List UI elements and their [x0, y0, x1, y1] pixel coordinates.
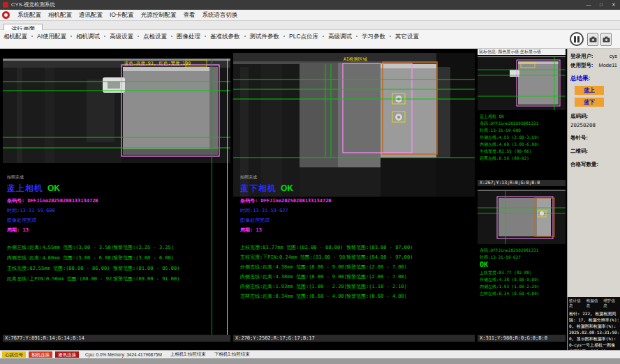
- measurement-text: 外侧左线:距离:4.38mm 范围:(0.00 - 9.00): [240, 264, 346, 271]
- measurement-text: 外侧左线:距离:4.55mm 范围:(3.00 - 3.50): [7, 244, 113, 251]
- preview-line: 上枝宽度:83.77 (82-88): [480, 269, 565, 276]
- statistics-lines: 检针: 222, 检漏检测间 隔: 17, 检漏分辨率(%): 0, 检漏图和检…: [569, 310, 619, 354]
- left-overlay-label: 蓝色:高度:93, 红色:宽度:100: [124, 61, 191, 66]
- pause-button[interactable]: [570, 32, 584, 46]
- middle-result-panel: 拍照完成 蓝下相机OK 条码号: DFFJine2025020813313472…: [240, 174, 473, 303]
- stats-line: 2025.02.08-13:31:59:05: [569, 329, 619, 335]
- app-logo-icon: [2, 11, 10, 19]
- pin-number-label: 卷针号:: [570, 135, 617, 142]
- stats-line: 检针: 222, 检漏检测间: [569, 310, 619, 317]
- bottom-preview-results: 条码:DFFJine202502081331 时间:13-31-59-627 O…: [480, 247, 565, 297]
- measurement-text: 内侧左线:距离:4.60mm 范围:(3.00 - 6.00): [7, 255, 113, 261]
- left-barcode: 条码号: DFFJine2025020813313472B: [7, 197, 229, 204]
- tool-other-settings[interactable]: 其它设置: [385, 33, 419, 41]
- pass-count-label: 合格写数量:: [570, 161, 617, 168]
- measurement-text: 内侧左线:距离:1.93mm 范围:(1.00 - 2.20): [240, 283, 346, 290]
- tool-camera-debug[interactable]: 相机调试: [66, 33, 100, 41]
- left-result-panel: 拍照完成 蓝上相机OK 条码号: DFFJine2025020813313472…: [7, 174, 229, 286]
- lower-camera-button[interactable]: [600, 33, 612, 46]
- window-resize-strip: [0, 358, 620, 364]
- result-box-lower: 蓝下: [575, 98, 604, 107]
- menu-light-config[interactable]: 光源控制配置: [137, 11, 179, 20]
- mid-time: 时间:13-31-59-627: [240, 207, 473, 214]
- top-preview-image[interactable]: [478, 56, 566, 110]
- preview-line: 外侧左线:4.38 (0.00-9.00): [480, 276, 565, 283]
- tool-spot-check[interactable]: 点检设置: [133, 33, 167, 41]
- measurement-row: 主线宽度:82.55mm 范围:(80.00 - 86.00)预警范围:(81.…: [7, 265, 229, 275]
- login-user-label: 登录用户:: [570, 53, 593, 60]
- tool-plc-points[interactable]: PLC点位库: [279, 33, 318, 41]
- stats-tab-leak[interactable]: 检漏信息: [586, 298, 602, 308]
- preview-line: 外侧左线:4.55 (3.00-3.50): [480, 134, 565, 141]
- menu-io-config[interactable]: IO卡配置: [106, 11, 137, 20]
- cpu-memory-status: Cpu: 0.0% Memory: 3424.41796875M: [85, 352, 162, 357]
- camera-icon: [603, 36, 610, 43]
- menu-system-config[interactable]: 系统配置: [14, 11, 45, 20]
- upper-camera-button[interactable]: [587, 33, 598, 46]
- comm-link-indicator: 通讯连接: [55, 351, 79, 358]
- tab-strip: 运行画面: [0, 21, 620, 30]
- preview-line: 左林左线:0.34 (0.60-4.00): [480, 290, 565, 297]
- tool-testpiece-params[interactable]: 测试件参数: [240, 33, 280, 41]
- mid-overlay-label: AI检测区域: [344, 56, 367, 62]
- tool-learning-params[interactable]: 学习参数: [352, 33, 385, 41]
- measurement-text: 主枝宽度:下PIN:0.24mm 范围:(93.00 - 98.00): [240, 254, 346, 261]
- measurement-warning: 预警范围:(81.00 - 85.00): [113, 265, 179, 272]
- measurement-row: 外侧左线:距离:4.38mm 范围:(0.00 - 9.00)预警范围:(2.0…: [240, 264, 473, 273]
- left-coordinates-bar: X:7677;Y:891;R:14;G:14;B:14: [3, 335, 230, 342]
- minimize-button[interactable]: —: [582, 0, 595, 10]
- tool-advanced-settings[interactable]: 高级设置: [100, 33, 133, 41]
- tool-image-processing[interactable]: 图像处理: [167, 33, 200, 41]
- left-measurement-list: 外侧左线:距离:4.55mm 范围:(3.00 - 3.50)预警范围:(2.2…: [7, 244, 229, 286]
- menu-language-switch[interactable]: 系统语言切换: [198, 11, 241, 20]
- stats-line: 0-cys一号上相机一图像: [569, 342, 619, 348]
- menu-comm-config[interactable]: 通讯配置: [75, 11, 106, 20]
- measurement-row: 左林左线:距离:0.34mm 范围:(0.60 - 4.00)预警范围:(0.6…: [240, 293, 473, 303]
- middle-coordinates-bar: X:270;Y:2502;R:17;G:17;B:17: [233, 335, 475, 342]
- batch-code-label: 底码码:: [570, 113, 617, 120]
- measurement-row: 内侧左线:距离:4.38mm 范围:(0.00 - 9.00)预警范围:(2.0…: [240, 273, 473, 283]
- menu-camera-config[interactable]: 相机配置: [45, 11, 75, 20]
- preview-line: 内侧左线:4.60 (3.00-6.00): [480, 141, 565, 148]
- app-icon: [3, 2, 8, 8]
- camera-icon: [589, 36, 597, 43]
- model-value: Mode11: [598, 62, 617, 69]
- measurement-row: 内侧左线:距离:1.93mm 范围:(1.00 - 2.20)预警范围:(1.1…: [240, 283, 473, 293]
- mid-barcode: 条码号: DFFJine2025020813313472B: [240, 197, 473, 204]
- measurement-row: 距离左线:上PIN:0.56mm 范围:(88.00 - 92.00)预警范围:…: [7, 275, 229, 286]
- stats-tab-maintenance[interactable]: 维护信息: [603, 298, 619, 308]
- camera-link-indicator: 相机连接: [29, 351, 52, 358]
- left-cycle: 周期: 13: [7, 227, 229, 234]
- top-preview-results: 蓝上相机 OK 条码:DFFJine202502081331 时间:13-31-…: [480, 113, 565, 162]
- top-preview-coordinates: X:267;Y:13;R:0;G:0;B:0: [478, 180, 566, 186]
- mid-cycle: 周期: 13: [240, 227, 473, 234]
- mid-measurement-list: 上枝宽度:83.77mm 范围:(82.00 - 88.00)预警范围:(83.…: [240, 244, 473, 303]
- tool-advanced-debug[interactable]: 高级调试: [318, 33, 352, 41]
- measurement-warning: 预警范围:(3.00 - 6.00): [113, 255, 174, 261]
- menu-view[interactable]: 查看: [179, 11, 198, 20]
- measurement-warning: 预警范围:(2.00 - 7.00): [346, 273, 407, 280]
- upper-camera-status: 上相机1:拍照结束: [170, 351, 206, 358]
- preview-line: 条码:DFFJine202502081331: [480, 247, 565, 254]
- measurement-text: 主线宽度:82.55mm 范围:(80.00 - 86.00): [7, 265, 113, 272]
- mid-camera-result: OK: [281, 183, 293, 193]
- maximize-button[interactable]: □: [595, 0, 607, 10]
- measurement-text: 内侧左线:距离:4.38mm 范围:(0.00 - 9.00): [240, 273, 346, 280]
- close-button[interactable]: ✕: [607, 0, 620, 10]
- bottom-preview-coordinates: X:311;Y:980;R:0;G:0;B:0: [478, 335, 566, 342]
- left-camera-view[interactable]: 蓝色:高度:93, 红色:宽度:100: [3, 59, 230, 163]
- preview-result-ok: OK: [480, 261, 565, 269]
- measurement-warning: 预警范围:(89.00 - 91.00): [113, 275, 179, 282]
- bottom-preview-image[interactable]: [478, 190, 566, 244]
- preview-line: 条码:DFFJine202502081331: [480, 120, 565, 127]
- left-camera-title: 蓝上相机: [7, 183, 43, 193]
- left-capture-status: 拍照完成: [7, 174, 229, 181]
- window-controls: — □ ✕: [582, 0, 620, 10]
- tool-camera-config[interactable]: 相机配置: [3, 33, 27, 41]
- tool-baseline-params[interactable]: 基准线参数: [200, 33, 240, 41]
- measurement-row: 外侧左线:距离:4.55mm 范围:(3.00 - 3.50)预警范围:(2.2…: [7, 244, 229, 255]
- model-row: 使用型号: Mode11: [570, 62, 617, 69]
- tool-ai-config[interactable]: AI使用配置: [27, 33, 66, 41]
- left-time: 时间:13-31-59-600: [7, 207, 229, 214]
- stats-tab-statistics[interactable]: 统计信息: [569, 298, 584, 308]
